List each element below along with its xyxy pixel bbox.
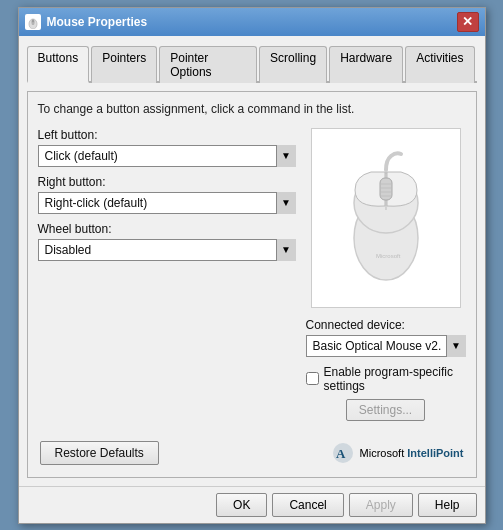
title-bar-title: Mouse Properties (47, 15, 457, 29)
mouse-image: Microsoft (311, 128, 461, 308)
enable-settings-label: Enable program-specific settings (324, 365, 466, 393)
intellipoint-logo-icon: A (331, 441, 355, 465)
left-button-dropdown[interactable]: Click (default) (38, 145, 296, 167)
window-content: Buttons Pointers Pointer Options Scrolli… (19, 36, 485, 486)
buttons-panel: To change a button assignment, click a c… (27, 91, 477, 478)
apply-button[interactable]: Apply (349, 493, 413, 517)
tab-pointer-options[interactable]: Pointer Options (159, 46, 257, 83)
branding-intellipoint: IntelliPoint (407, 447, 463, 459)
settings-button-row: Settings... (346, 399, 425, 421)
mouse-illustration: Microsoft (341, 148, 431, 288)
tab-buttons[interactable]: Buttons (27, 46, 90, 83)
branding-microsoft: Microsoft (360, 447, 408, 459)
right-button-dropdown-wrapper: Right-click (default) ▼ (38, 192, 296, 214)
connected-device-dropdown-wrapper: Basic Optical Mouse v2.0 ▼ (306, 335, 466, 357)
svg-rect-8 (380, 178, 392, 200)
main-layout: Left button: Click (default) ▼ Right but… (38, 128, 466, 421)
tab-pointers[interactable]: Pointers (91, 46, 157, 83)
restore-defaults-button[interactable]: Restore Defaults (40, 441, 159, 465)
left-button-label: Left button: (38, 128, 296, 142)
cancel-button[interactable]: Cancel (272, 493, 343, 517)
ok-button[interactable]: OK (216, 493, 267, 517)
branding-section: A Microsoft IntelliPoint (331, 441, 464, 465)
instruction-text: To change a button assignment, click a c… (38, 102, 466, 116)
tab-scrolling[interactable]: Scrolling (259, 46, 327, 83)
left-button-dropdown-wrapper: Click (default) ▼ (38, 145, 296, 167)
left-column: Left button: Click (default) ▼ Right but… (38, 128, 296, 421)
svg-text:Microsoft: Microsoft (376, 253, 401, 259)
title-bar-icon (25, 14, 41, 30)
right-button-field: Right button: Right-click (default) ▼ (38, 175, 296, 214)
wheel-button-dropdown-wrapper: Disabled ▼ (38, 239, 296, 261)
enable-settings-row: Enable program-specific settings (306, 365, 466, 393)
connected-device-label: Connected device: (306, 318, 466, 332)
tab-bar: Buttons Pointers Pointer Options Scrolli… (27, 44, 477, 83)
close-button[interactable]: ✕ (457, 12, 479, 32)
connected-device-section: Connected device: Basic Optical Mouse v2… (306, 318, 466, 357)
dialog-button-bar: OK Cancel Apply Help (19, 486, 485, 523)
settings-button[interactable]: Settings... (346, 399, 425, 421)
mouse-properties-window: Mouse Properties ✕ Buttons Pointers Poin… (18, 7, 486, 524)
branding-text: Microsoft IntelliPoint (360, 447, 464, 459)
wheel-button-field: Wheel button: Disabled ▼ (38, 222, 296, 261)
wheel-button-dropdown[interactable]: Disabled (38, 239, 296, 261)
left-button-field: Left button: Click (default) ▼ (38, 128, 296, 167)
title-bar: Mouse Properties ✕ (19, 8, 485, 36)
right-button-label: Right button: (38, 175, 296, 189)
right-column: Microsoft Connected device: Basic Optica… (306, 128, 466, 421)
bottom-section: Restore Defaults A Microsoft IntelliPoin… (38, 435, 466, 467)
connected-device-dropdown[interactable]: Basic Optical Mouse v2.0 (306, 335, 466, 357)
svg-rect-4 (32, 20, 34, 22)
wheel-button-label: Wheel button: (38, 222, 296, 236)
tab-hardware[interactable]: Hardware (329, 46, 403, 83)
svg-text:A: A (336, 446, 346, 461)
tab-activities[interactable]: Activities (405, 46, 474, 83)
right-button-dropdown[interactable]: Right-click (default) (38, 192, 296, 214)
help-button[interactable]: Help (418, 493, 477, 517)
enable-settings-checkbox[interactable] (306, 372, 319, 385)
